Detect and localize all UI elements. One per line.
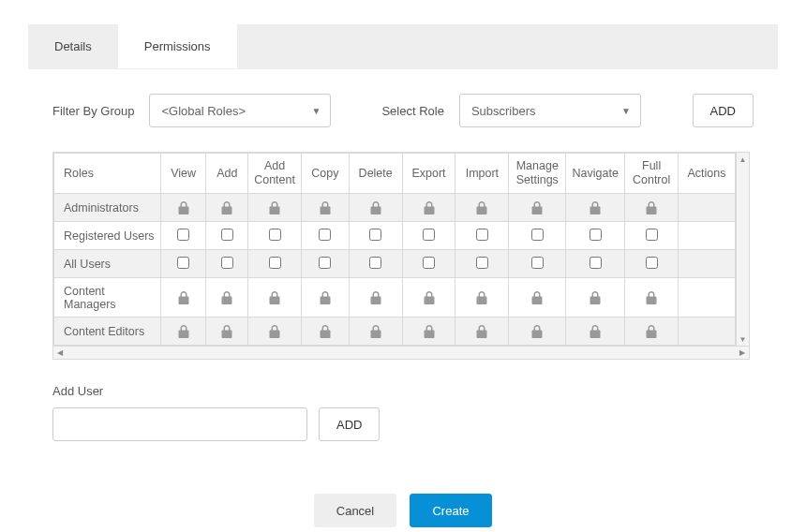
col-add: Add — [206, 154, 248, 194]
perm-cell — [509, 194, 566, 222]
perm-cell — [509, 250, 566, 278]
perm-cell — [301, 250, 349, 278]
create-button[interactable]: Create — [410, 494, 492, 527]
cancel-button[interactable]: Cancel — [314, 494, 396, 527]
col-export: Export — [402, 154, 455, 194]
permission-checkbox[interactable] — [423, 229, 435, 241]
lock-icon — [531, 200, 543, 214]
perm-cell — [566, 222, 625, 250]
perm-cell — [509, 318, 566, 346]
horizontal-scrollbar[interactable]: ◀ ▶ — [52, 347, 750, 360]
filter-group-select[interactable]: <Global Roles> ▼ — [149, 94, 331, 127]
permission-checkbox[interactable] — [319, 257, 331, 269]
perm-cell — [206, 318, 248, 346]
lock-icon — [646, 200, 657, 214]
permission-checkbox[interactable] — [423, 257, 435, 269]
table-row: Content Editors — [54, 318, 736, 346]
col-view: View — [160, 154, 206, 194]
permission-checkbox[interactable] — [590, 257, 602, 269]
tab-permissions[interactable]: Permissions — [118, 24, 237, 68]
cancel-button-label: Cancel — [336, 504, 374, 518]
permission-checkbox[interactable] — [177, 257, 189, 269]
permission-checkbox[interactable] — [531, 229, 544, 241]
perm-cell — [301, 278, 349, 318]
permission-checkbox[interactable] — [319, 229, 331, 241]
perm-cell — [455, 250, 509, 278]
lock-icon — [221, 200, 232, 214]
perm-cell — [206, 278, 248, 318]
perm-cell — [455, 194, 509, 222]
role-name-cell: Content Managers — [54, 278, 161, 318]
lock-icon — [221, 290, 232, 303]
permission-checkbox[interactable] — [369, 257, 381, 269]
perm-cell — [160, 222, 206, 250]
lock-icon — [178, 290, 189, 303]
role-name-cell: Administrators — [54, 194, 161, 222]
scroll-right-icon: ▶ — [739, 348, 745, 357]
select-role-select[interactable]: Subscribers ▼ — [459, 94, 641, 127]
lock-icon — [370, 324, 381, 337]
col-full-control: Full Control — [625, 154, 679, 194]
add-role-button[interactable]: ADD — [693, 94, 754, 127]
permission-checkbox[interactable] — [269, 229, 281, 241]
vertical-scrollbar[interactable]: ▲ ▼ — [736, 153, 749, 346]
perm-cell — [349, 194, 402, 222]
perm-cell — [566, 278, 625, 318]
permission-checkbox[interactable] — [476, 257, 488, 269]
scroll-up-icon: ▲ — [737, 153, 749, 166]
lock-icon — [370, 200, 381, 214]
perm-cell — [301, 318, 349, 346]
permission-checkbox[interactable] — [221, 257, 233, 269]
table-row: Registered Users — [54, 222, 736, 250]
perm-cell — [566, 194, 625, 222]
permission-checkbox[interactable] — [476, 229, 488, 241]
lock-icon — [646, 324, 657, 337]
perm-cell — [248, 318, 302, 346]
permission-checkbox[interactable] — [269, 257, 281, 269]
add-user-input[interactable] — [52, 407, 307, 441]
select-role-label: Select Role — [381, 104, 443, 118]
permission-checkbox[interactable] — [646, 257, 658, 269]
perm-cell — [509, 222, 566, 250]
grid-header-row: Roles View Add Add Content Copy Delete E… — [54, 154, 736, 194]
lock-icon — [476, 324, 487, 337]
permission-checkbox[interactable] — [590, 229, 602, 241]
perm-cell — [455, 318, 509, 346]
tab-permissions-label: Permissions — [144, 39, 211, 53]
perm-cell — [566, 318, 625, 346]
table-row: Content Managers — [54, 278, 736, 318]
perm-cell — [206, 222, 248, 250]
lock-icon — [424, 200, 435, 214]
lock-icon — [476, 290, 487, 303]
permission-checkbox[interactable] — [531, 257, 544, 269]
col-delete: Delete — [349, 154, 402, 194]
permission-checkbox[interactable] — [369, 229, 381, 241]
perm-cell — [248, 250, 302, 278]
perm-cell — [566, 250, 625, 278]
perm-cell — [248, 222, 302, 250]
role-name-cell: All Users — [54, 250, 161, 278]
permission-checkbox[interactable] — [221, 229, 233, 241]
perm-cell — [402, 222, 455, 250]
lock-icon — [531, 324, 543, 337]
chevron-down-icon: ▼ — [621, 106, 631, 116]
lock-icon — [178, 200, 189, 214]
filter-group-label: Filter By Group — [52, 104, 134, 118]
table-row: All Users — [54, 250, 736, 278]
tab-details[interactable]: Details — [28, 24, 118, 68]
lock-icon — [320, 290, 331, 303]
actions-cell — [679, 318, 736, 346]
filter-row: Filter By Group <Global Roles> ▼ Select … — [52, 94, 754, 127]
lock-icon — [531, 290, 543, 303]
create-button-label: Create — [432, 504, 469, 518]
actions-cell — [679, 278, 736, 318]
permission-checkbox[interactable] — [177, 229, 189, 241]
perm-cell — [349, 222, 402, 250]
actions-cell — [679, 250, 736, 278]
lock-icon — [590, 200, 601, 214]
table-row: Administrators — [54, 194, 736, 222]
tabs-bar: Details Permissions — [28, 24, 778, 69]
add-user-button[interactable]: ADD — [319, 407, 380, 441]
perm-cell — [625, 250, 679, 278]
permission-checkbox[interactable] — [646, 229, 658, 241]
